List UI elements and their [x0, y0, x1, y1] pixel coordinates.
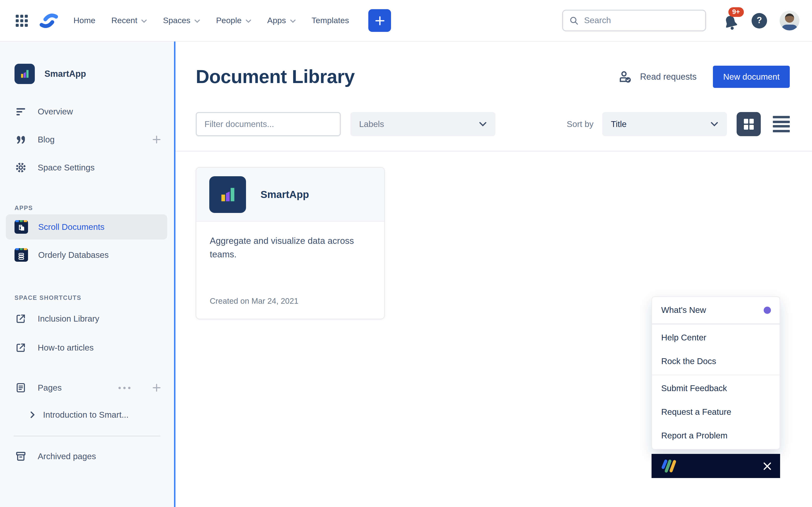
- sort-dropdown[interactable]: Title: [602, 112, 727, 136]
- sidebar-item-orderly-databases[interactable]: Orderly Databases: [6, 242, 167, 268]
- person-check-icon: [618, 70, 633, 83]
- document-description: Aggregate and visualize data across team…: [196, 222, 384, 296]
- menu-divider: [652, 324, 779, 324]
- space-name: SmartApp: [45, 69, 86, 79]
- app-window: Home Recent Spaces People Apps Templates: [0, 0, 812, 507]
- chevron-down-icon: [141, 19, 147, 23]
- read-requests-button[interactable]: Read requests: [618, 70, 697, 83]
- top-navigation-bar: Home Recent Spaces People Apps Templates: [0, 0, 812, 42]
- document-card-smartapp[interactable]: SmartApp Aggregate and visualize data ac…: [196, 167, 385, 319]
- global-search: [562, 10, 706, 32]
- nav-people[interactable]: People: [216, 16, 251, 25]
- sidebar-item-archived-pages[interactable]: Archived pages: [0, 442, 174, 470]
- vendor-teaser-bar: [652, 454, 780, 478]
- user-avatar[interactable]: [779, 11, 800, 31]
- close-icon[interactable]: [763, 461, 772, 470]
- search-input[interactable]: [584, 15, 699, 25]
- menu-item-submit-feedback[interactable]: Submit Feedback: [652, 377, 779, 400]
- page-icon: [14, 382, 27, 394]
- document-chart-icon: [209, 176, 246, 213]
- sidebar-item-scroll-documents[interactable]: Scroll Documents: [6, 214, 167, 239]
- archive-icon: [14, 451, 27, 462]
- list-view-toggle[interactable]: [773, 116, 790, 132]
- plus-icon: [152, 135, 161, 145]
- labels-dropdown[interactable]: Labels: [350, 112, 495, 136]
- nav-spaces[interactable]: Spaces: [163, 16, 200, 25]
- external-link-icon: [14, 342, 27, 353]
- menu-item-help-center[interactable]: Help Center: [652, 326, 779, 349]
- sidebar-item-blog[interactable]: Blog: [0, 125, 174, 154]
- chevron-down-icon: [479, 122, 487, 126]
- chevron-down-icon: [711, 122, 718, 126]
- nav-templates[interactable]: Templates: [311, 16, 349, 25]
- content-divider: [175, 151, 812, 152]
- new-indicator-dot: [764, 306, 771, 314]
- sidebar-item-pages[interactable]: Pages: [0, 374, 174, 402]
- avatar-body: [781, 24, 798, 31]
- sort-by-label: Sort by: [567, 119, 594, 129]
- document-card-header: SmartApp: [196, 168, 384, 222]
- menu-item-report-a-problem[interactable]: Report a Problem: [652, 424, 779, 448]
- primary-nav: Home Recent Spaces People Apps Templates: [73, 16, 349, 25]
- confluence-logo-icon[interactable]: [40, 12, 58, 29]
- external-link-icon: [14, 313, 27, 325]
- quote-icon: [14, 134, 27, 145]
- apps-section-label: APPS: [14, 205, 161, 212]
- space-header[interactable]: SmartApp: [14, 64, 161, 84]
- add-page-button[interactable]: [152, 383, 161, 393]
- space-sidebar: SmartApp Overview: [0, 42, 175, 507]
- menu-item-request-a-feature[interactable]: Request a Feature: [652, 400, 779, 424]
- plus-icon: [152, 383, 161, 393]
- vendor-logo-icon: [660, 458, 680, 474]
- notifications-button[interactable]: 9+: [723, 11, 739, 30]
- menu-divider: [652, 375, 779, 375]
- help-button[interactable]: ?: [752, 13, 767, 28]
- sidebar-divider: [13, 436, 160, 437]
- gear-icon: [14, 162, 27, 173]
- grid-view-icon: [743, 117, 755, 131]
- add-blog-button[interactable]: [152, 135, 161, 145]
- chevron-right-icon[interactable]: [31, 411, 35, 418]
- chevron-down-icon: [246, 19, 251, 23]
- nav-home[interactable]: Home: [73, 16, 95, 25]
- menu-item-whats-new[interactable]: What's New: [652, 298, 779, 322]
- nav-recent[interactable]: Recent: [111, 16, 147, 25]
- chevron-down-icon: [290, 19, 296, 23]
- notification-badge: 9+: [728, 7, 744, 17]
- plus-icon: [374, 15, 385, 26]
- search-icon: [569, 15, 579, 26]
- grid-view-toggle[interactable]: [737, 112, 761, 136]
- document-created-date: Created on Mar 24, 2021: [196, 296, 384, 319]
- pages-more-options-icon[interactable]: [118, 387, 131, 389]
- nav-apps[interactable]: Apps: [267, 16, 296, 25]
- document-title: SmartApp: [260, 188, 309, 200]
- page-title: Document Library: [196, 66, 355, 88]
- create-button[interactable]: [368, 9, 391, 32]
- sidebar-item-how-to-articles[interactable]: How-to articles: [0, 333, 174, 362]
- scroll-documents-app-icon: [14, 220, 28, 234]
- page-tree-item-introduction[interactable]: Introduction to Smart...: [0, 402, 174, 428]
- sidebar-item-inclusion-library[interactable]: Inclusion Library: [0, 304, 174, 333]
- overview-icon: [14, 106, 27, 117]
- chevron-down-icon: [194, 19, 200, 23]
- menu-item-rock-the-docs[interactable]: Rock the Docs: [652, 349, 779, 373]
- avatar-head: [785, 13, 794, 23]
- sidebar-item-overview[interactable]: Overview: [0, 98, 174, 125]
- filter-documents-input[interactable]: [196, 112, 341, 136]
- new-document-button[interactable]: New document: [713, 66, 790, 88]
- sidebar-item-space-settings[interactable]: Space Settings: [0, 154, 174, 181]
- orderly-databases-app-icon: [14, 248, 28, 262]
- app-switcher-icon[interactable]: [14, 13, 29, 28]
- help-popup-menu: What's New Help Center Rock the Docs Sub…: [652, 296, 780, 450]
- space-shortcuts-section-label: SPACE SHORTCUTS: [14, 294, 161, 301]
- space-avatar-chart-icon: [14, 64, 35, 84]
